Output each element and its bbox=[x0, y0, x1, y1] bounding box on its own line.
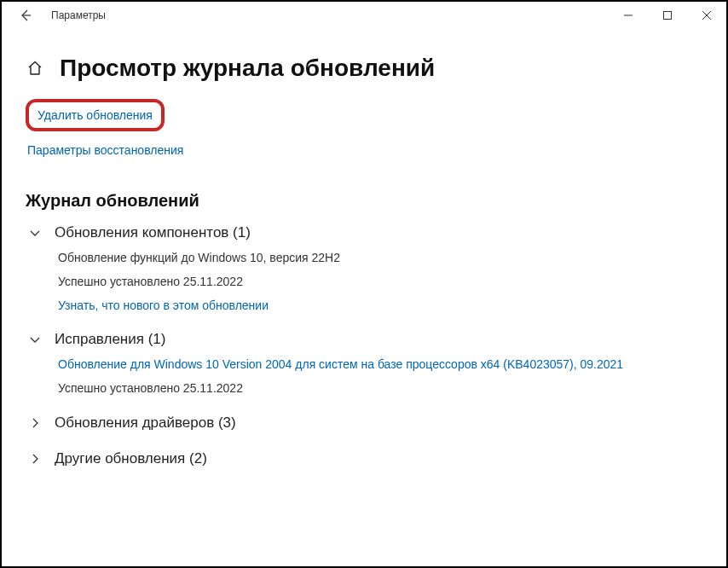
minimize-icon bbox=[624, 11, 633, 20]
home-icon bbox=[26, 60, 43, 77]
content-area: Просмотр журнала обновлений Удалить обно… bbox=[2, 29, 726, 491]
fix-update-date: Успешно установлено 25.11.2022 bbox=[58, 379, 702, 399]
history-heading: Журнал обновлений bbox=[26, 191, 702, 211]
feature-update-date: Успешно установлено 25.11.2022 bbox=[58, 272, 702, 293]
uninstall-updates-link[interactable]: Удалить обновления bbox=[38, 108, 153, 122]
chevron-right-icon bbox=[26, 417, 44, 429]
svg-rect-0 bbox=[664, 12, 672, 20]
group-other-header[interactable]: Другие обновления (2) bbox=[26, 447, 702, 471]
maximize-icon bbox=[663, 11, 672, 20]
group-fixes-title: Исправления (1) bbox=[55, 331, 165, 348]
recovery-options-link[interactable]: Параметры восстановления bbox=[27, 143, 183, 157]
chevron-down-icon bbox=[26, 333, 44, 345]
chevron-down-icon bbox=[26, 227, 44, 239]
chevron-right-icon bbox=[26, 453, 44, 465]
close-button[interactable] bbox=[687, 2, 726, 29]
group-fixes: Исправления (1) Обновление для Windows 1… bbox=[26, 327, 702, 399]
close-icon bbox=[702, 11, 711, 20]
group-drivers-header[interactable]: Обновления драйверов (3) bbox=[26, 411, 702, 435]
maximize-button[interactable] bbox=[648, 2, 687, 29]
group-other: Другие обновления (2) bbox=[26, 447, 702, 471]
uninstall-updates-highlight: Удалить обновления bbox=[26, 99, 165, 131]
group-fixes-header[interactable]: Исправления (1) bbox=[26, 327, 702, 351]
group-components-title: Обновления компонентов (1) bbox=[55, 224, 251, 241]
minimize-button[interactable] bbox=[609, 2, 648, 29]
group-components-body: Обновление функций до Windows 10, версия… bbox=[26, 248, 702, 316]
feature-update-name: Обновление функций до Windows 10, версия… bbox=[58, 248, 702, 269]
arrow-left-icon bbox=[19, 9, 32, 22]
page-title: Просмотр журнала обновлений bbox=[60, 55, 435, 82]
window-controls bbox=[609, 2, 726, 29]
group-fixes-body: Обновление для Windows 10 Version 2004 д… bbox=[26, 355, 702, 399]
back-button[interactable] bbox=[14, 3, 38, 27]
window-title: Параметры bbox=[51, 9, 106, 21]
fix-update-link[interactable]: Обновление для Windows 10 Version 2004 д… bbox=[58, 355, 702, 375]
group-components-header[interactable]: Обновления компонентов (1) bbox=[26, 221, 702, 245]
group-drivers: Обновления драйверов (3) bbox=[26, 411, 702, 435]
group-drivers-title: Обновления драйверов (3) bbox=[55, 414, 236, 432]
whats-new-link[interactable]: Узнать, что нового в этом обновлении bbox=[58, 296, 702, 316]
page-header: Просмотр журнала обновлений bbox=[26, 55, 702, 82]
group-other-title: Другие обновления (2) bbox=[55, 450, 207, 467]
group-components: Обновления компонентов (1) Обновление фу… bbox=[26, 221, 702, 316]
home-button[interactable] bbox=[26, 59, 44, 78]
